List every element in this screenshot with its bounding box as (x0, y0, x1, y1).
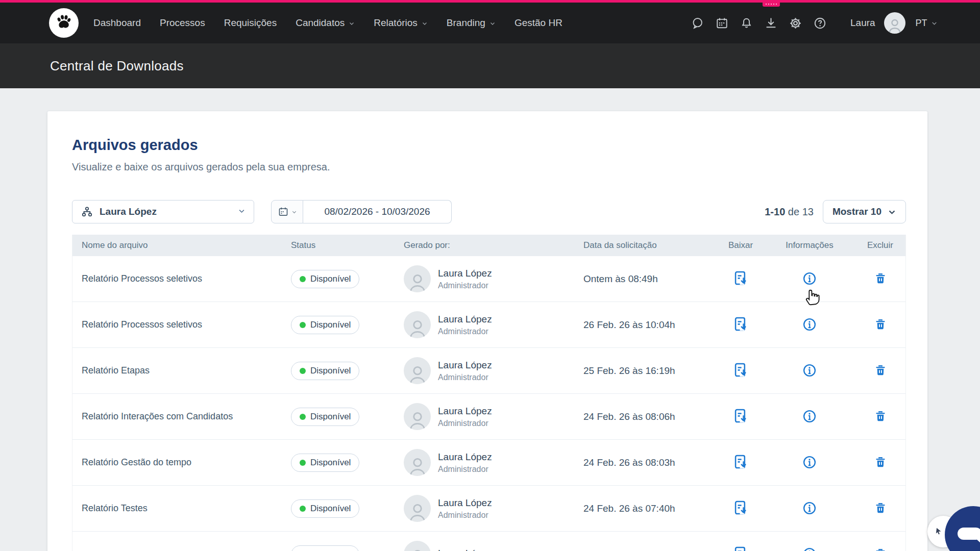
page-title: Central de Downloads (50, 58, 184, 74)
generated-by-role: Administrador (438, 281, 492, 290)
status-badge: Disponível (291, 316, 359, 334)
download-file-button[interactable] (732, 361, 750, 379)
nav-item-relatorios[interactable]: Relatórios (374, 17, 428, 29)
generated-by-role: Administrador (438, 511, 492, 520)
info-icon (802, 455, 817, 470)
info-icon (802, 500, 817, 516)
download-file-button[interactable] (732, 545, 750, 551)
generated-by-name: Laura López (438, 406, 492, 417)
file-name: Relatório Etapas (72, 365, 291, 376)
col-header-data: Data da solicitação (583, 240, 716, 251)
table-row: Disponível Laura López (72, 532, 905, 551)
file-name: Relatório Processos seletivos (72, 273, 291, 284)
file-download-icon (733, 500, 749, 516)
page-header: Central de Downloads (0, 43, 980, 88)
request-date: 25 Feb. 26 às 16:19h (583, 365, 716, 377)
file-name: Relatório Gestão do tempo (72, 457, 291, 468)
generated-by-name: Laura López (438, 548, 492, 551)
status-dot-icon (300, 414, 306, 420)
date-range-input[interactable]: 08/02/2026 - 10/03/2026 (303, 200, 452, 223)
app-logo[interactable] (49, 8, 79, 38)
generated-by-role: Administrador (438, 327, 492, 336)
info-button[interactable] (801, 316, 818, 333)
avatar (404, 541, 431, 551)
download-file-button[interactable] (732, 499, 750, 517)
status-badge: Disponível (291, 362, 359, 380)
help-icon[interactable] (813, 16, 827, 30)
info-icon (802, 546, 817, 551)
bell-icon[interactable] (740, 16, 753, 30)
nav-item-dashboard[interactable]: Dashboard (93, 17, 141, 29)
nav-item-gestao-hr[interactable]: Gestão HR (514, 17, 562, 29)
download-file-button[interactable] (732, 407, 750, 425)
delete-button[interactable] (872, 362, 889, 379)
delete-button[interactable] (872, 546, 889, 551)
info-button[interactable] (801, 545, 818, 551)
generated-by-role: Administrador (438, 373, 492, 382)
info-button[interactable] (801, 270, 818, 287)
status-dot-icon (300, 506, 306, 512)
download-file-button[interactable] (732, 453, 750, 471)
delete-button[interactable] (872, 454, 889, 470)
status-badge: Disponível (291, 499, 359, 518)
date-picker-button[interactable] (271, 200, 303, 223)
request-date: 26 Feb. 26 às 10:04h (583, 319, 716, 331)
info-button[interactable] (801, 499, 818, 517)
status-dot-icon (300, 322, 306, 328)
delete-button[interactable] (872, 408, 889, 424)
chat-bubble-icon (958, 528, 980, 540)
info-icon (802, 317, 817, 332)
trash-icon (873, 317, 888, 332)
delete-button[interactable] (872, 316, 889, 333)
generated-by-name: Laura López (438, 360, 492, 371)
download-file-button[interactable] (732, 315, 750, 333)
avatar (404, 265, 431, 292)
request-date: 24 Feb. 26 às 08:06h (583, 411, 716, 422)
trash-icon (873, 455, 888, 469)
col-header-excluir: Excluir (854, 240, 906, 251)
delete-button[interactable] (872, 500, 889, 516)
calendar-icon[interactable] (715, 16, 729, 30)
col-header-status: Status (291, 240, 404, 251)
table-row: Relatório Testes Disponível Laura López … (72, 486, 905, 532)
col-header-baixar: Baixar (716, 240, 765, 251)
col-header-gerado-por: Gerado por: (404, 240, 583, 251)
chevron-down-icon (931, 20, 938, 27)
nav-item-branding[interactable]: Branding (447, 17, 496, 29)
delete-button[interactable] (872, 270, 889, 287)
top-accent-line (0, 0, 980, 3)
avatar[interactable] (884, 12, 905, 34)
file-download-icon (733, 454, 749, 470)
status-badge: Disponível (291, 408, 359, 426)
info-button[interactable] (801, 454, 818, 471)
language-selector[interactable]: PT (916, 18, 938, 29)
info-button[interactable] (801, 408, 818, 425)
request-date: Ontem às 08:49h (583, 273, 716, 285)
generated-by-name: Laura López (438, 268, 492, 279)
info-button[interactable] (801, 362, 818, 379)
info-icon (802, 271, 817, 286)
download-icon[interactable] (764, 16, 778, 30)
file-name: Relatório Processos seletivos (72, 319, 291, 330)
status-badge: Disponível (291, 454, 359, 472)
avatar (404, 311, 431, 338)
trash-icon (873, 271, 888, 286)
table-row: Relatório Gestão do tempo Disponível Lau… (72, 440, 905, 486)
nav-item-candidatos[interactable]: Candidatos (296, 17, 355, 29)
org-chart-icon (81, 206, 93, 218)
chat-launcher-button[interactable] (945, 506, 980, 551)
table-row: Relatório Interações com Candidatos Disp… (72, 394, 905, 440)
pagination-zone: 1-10 de 13 Mostrar 10 (765, 200, 906, 223)
pagination-range: 1-10 de 13 (765, 206, 814, 218)
col-header-nome: Nome do arquivo (72, 240, 291, 251)
date-filter: 08/02/2026 - 10/03/2026 (271, 200, 452, 223)
show-per-page-button[interactable]: Mostrar 10 (823, 200, 906, 223)
file-download-icon (733, 362, 749, 378)
user-filter-select[interactable]: Laura López (72, 200, 254, 223)
chat-icon[interactable] (691, 16, 704, 30)
nav-item-processos[interactable]: Processos (160, 17, 205, 29)
gear-icon[interactable] (789, 16, 802, 30)
chevron-down-icon (489, 20, 496, 27)
nav-item-requisicoes[interactable]: Requisições (224, 17, 277, 29)
download-file-button[interactable] (732, 269, 750, 287)
